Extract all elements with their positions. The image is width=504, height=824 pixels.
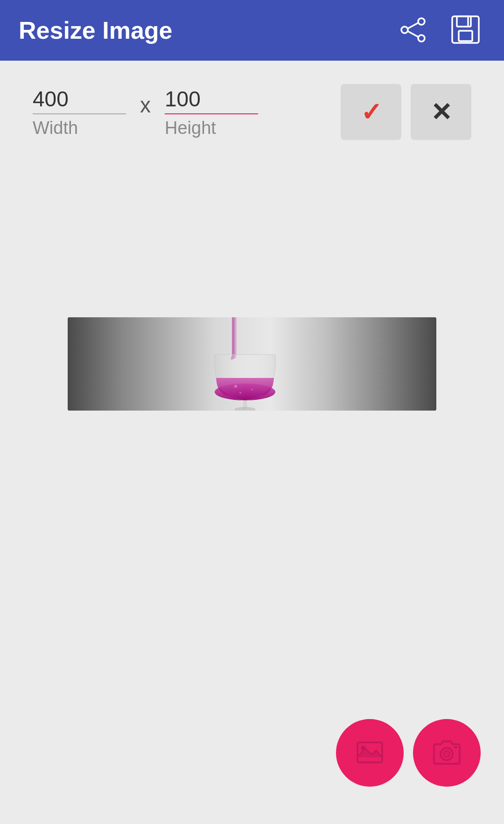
cancel-icon: ✕ [431, 98, 452, 127]
height-label: Height [165, 118, 216, 138]
svg-point-12 [235, 407, 255, 411]
width-group: Width [33, 86, 126, 138]
camera-icon [432, 738, 462, 768]
header-actions [394, 10, 485, 51]
share-icon [399, 16, 427, 44]
resize-controls: Width x Height ✓ ✕ [33, 84, 471, 140]
svg-point-17 [361, 746, 365, 750]
gallery-fab-button[interactable] [336, 719, 404, 787]
svg-point-15 [239, 392, 241, 394]
gallery-icon [355, 738, 385, 768]
main-content: Width x Height ✓ ✕ [0, 61, 504, 824]
share-button[interactable] [394, 11, 432, 50]
svg-point-0 [418, 18, 425, 25]
svg-line-3 [408, 23, 418, 28]
app-header: Resize Image [0, 0, 504, 61]
height-input[interactable] [165, 86, 258, 114]
width-label: Width [33, 118, 78, 138]
svg-point-19 [443, 751, 450, 757]
confirm-button[interactable]: ✓ [341, 84, 401, 140]
preview-image [68, 317, 436, 411]
svg-point-13 [234, 385, 237, 388]
height-group: Height [165, 86, 258, 138]
camera-fab-button[interactable] [413, 719, 481, 787]
page-title: Resize Image [19, 16, 394, 44]
save-button[interactable] [446, 10, 485, 51]
svg-rect-20 [454, 746, 457, 748]
dimension-separator: x [140, 92, 151, 132]
svg-line-4 [408, 31, 418, 37]
cancel-button[interactable]: ✕ [411, 84, 471, 140]
image-preview-container [33, 317, 471, 411]
confirm-icon: ✓ [361, 98, 382, 127]
action-buttons: ✓ ✕ [341, 84, 471, 140]
svg-rect-7 [459, 31, 472, 41]
save-icon [450, 14, 481, 45]
svg-point-2 [401, 27, 408, 33]
fab-container [336, 719, 481, 787]
image-preview [68, 317, 436, 411]
width-input[interactable] [33, 86, 126, 114]
svg-point-1 [418, 35, 425, 42]
svg-point-14 [251, 389, 253, 391]
